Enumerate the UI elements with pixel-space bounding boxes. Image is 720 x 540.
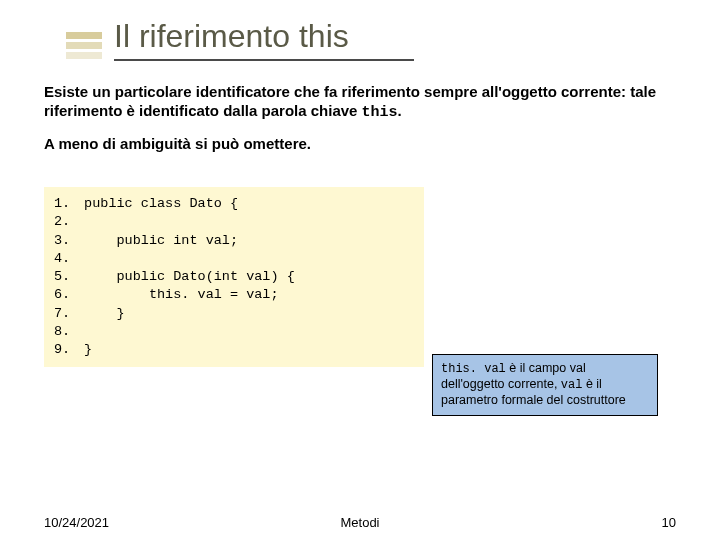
code-line: } [84,342,92,357]
paragraph-1: Esiste un particolare identificatore che… [44,83,676,123]
callout-box: this. val è il campo val dell'oggetto co… [432,354,658,416]
line-number: 2. [54,213,76,231]
line-number: 6. [54,286,76,304]
callout-code-c: val [561,378,583,392]
line-number: 4. [54,250,76,268]
callout-code-a: this. val [441,362,506,376]
body: Esiste un particolare identificatore che… [44,83,676,367]
code-line: public class Dato { [84,196,238,211]
line-number: 5. [54,268,76,286]
paragraph-2: A meno di ambiguità si può omettere. [44,135,676,154]
code-line: public int val; [84,233,238,248]
line-number: 3. [54,232,76,250]
title-area: Il riferimento this [114,18,676,61]
decorative-bars [66,32,102,59]
footer: 10/24/2021 Metodi 10 [0,515,720,530]
line-number: 9. [54,341,76,359]
para1-text-a: Esiste un particolare identificatore che… [44,83,656,119]
keyword-this: this [362,104,398,121]
code-line: } [84,306,125,321]
line-number: 7. [54,305,76,323]
footer-page-number: 10 [662,515,676,530]
line-number: 1. [54,195,76,213]
para1-text-b: . [398,102,402,119]
title-underline [114,59,414,61]
line-number: 8. [54,323,76,341]
code-block: 1. public class Dato { 2. 3. public int … [44,187,424,367]
slide-title: Il riferimento this [114,18,676,59]
code-line: public Dato(int val) { [84,269,295,284]
footer-title: Metodi [340,515,379,530]
code-line: this. val = val; [84,287,278,302]
footer-date: 10/24/2021 [44,515,109,530]
slide: Il riferimento this Esiste un particolar… [0,0,720,540]
